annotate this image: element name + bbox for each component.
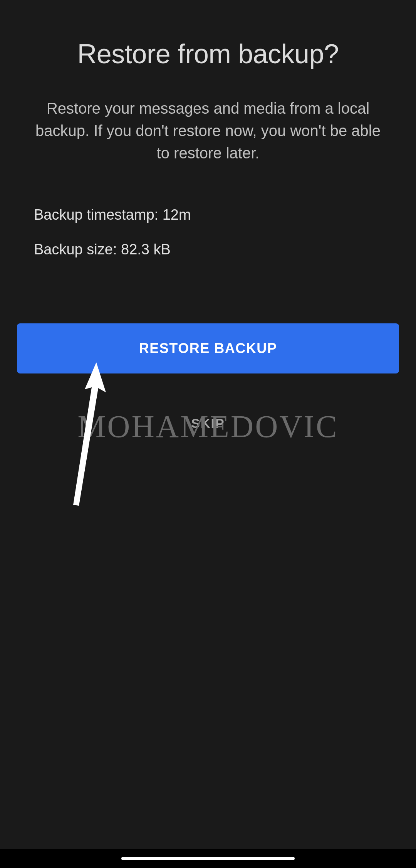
backup-size-row: Backup size: 82.3 kB (34, 241, 399, 258)
backup-timestamp-label: Backup timestamp: (34, 207, 163, 223)
page-title: Restore from backup? (17, 39, 399, 69)
restore-backup-button[interactable]: RESTORE BACKUP (17, 323, 399, 373)
home-indicator[interactable] (121, 857, 295, 860)
navigation-bar (0, 849, 416, 868)
backup-timestamp-value: 12m (163, 207, 191, 223)
backup-size-value: 82.3 kB (121, 241, 171, 257)
backup-size-label: Backup size: (34, 241, 121, 257)
backup-timestamp-row: Backup timestamp: 12m (34, 207, 399, 223)
skip-button[interactable]: SKIP (183, 408, 232, 439)
description-text: Restore your messages and media from a l… (17, 97, 399, 164)
backup-info-group: Backup timestamp: 12m Backup size: 82.3 … (17, 207, 399, 258)
